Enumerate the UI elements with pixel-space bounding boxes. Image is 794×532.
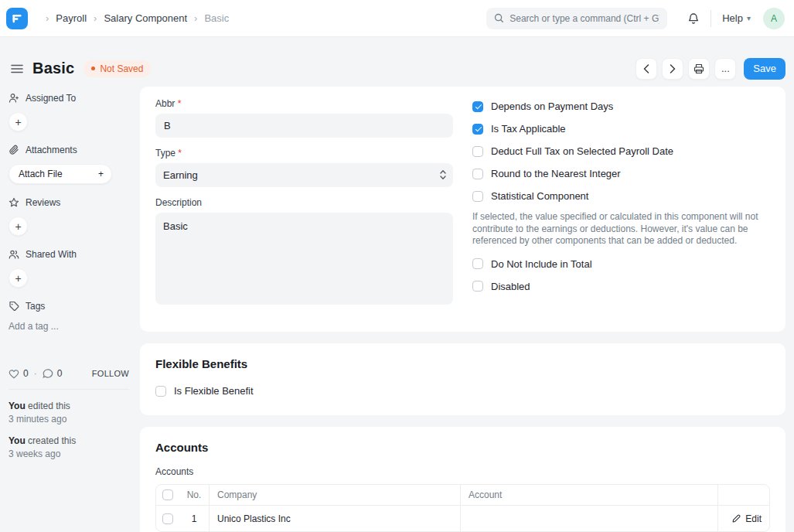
page-title: Basic [32, 60, 74, 77]
printer-icon [693, 63, 704, 74]
row-checkbox[interactable] [162, 513, 173, 524]
erpnext-logo-icon [11, 12, 23, 25]
heart-icon [9, 369, 19, 379]
breadcrumb-chevron: › [46, 12, 49, 24]
checkbox-disabled[interactable]: Disabled [472, 281, 770, 292]
comment-count: 0 [57, 368, 63, 379]
row-number: 1 [179, 506, 210, 531]
accounts-table-header: No. Company Account [156, 485, 769, 506]
hamburger-icon [11, 63, 23, 74]
sidebar-toggle-button[interactable] [8, 60, 26, 77]
checkbox-icon [472, 281, 483, 292]
shared-with-section[interactable]: Shared With [9, 249, 129, 260]
flexible-benefits-section-card: Flexible Benefits Is Flexible Benefit [140, 343, 785, 415]
checkbox-is-flexible-benefit[interactable]: Is Flexible Benefit [155, 385, 770, 397]
assigned-to-section[interactable]: Assigned To [9, 93, 129, 104]
comment-icon [43, 369, 53, 379]
notifications-button[interactable] [684, 9, 703, 28]
activity-who: You [9, 435, 26, 446]
select-chevrons-icon [440, 169, 446, 180]
edit-label: Edit [745, 513, 762, 524]
checkbox-icon [472, 169, 483, 179]
abbr-input[interactable] [155, 114, 453, 138]
chevron-left-icon [643, 64, 649, 73]
reviews-label: Reviews [26, 197, 60, 208]
reviews-section[interactable]: Reviews [9, 197, 129, 208]
activity-edited: You edited this 3 minutes ago [9, 401, 129, 425]
tags-section: Tags [9, 301, 129, 312]
like-count: 0 [23, 368, 29, 379]
column-header-no: No. [179, 485, 210, 505]
activity-action: created this [26, 435, 76, 446]
statistical-component-help-text: If selected, the value specified or calc… [472, 211, 770, 247]
row-edit-button[interactable]: Edit [732, 513, 762, 524]
activity-when: 3 weeks ago [9, 448, 129, 460]
counts-separator: · [34, 368, 37, 379]
follow-button[interactable]: FOLLOW [92, 369, 129, 378]
search-input[interactable] [509, 13, 659, 24]
breadcrumb-payroll[interactable]: Payroll [56, 12, 87, 24]
attachments-section[interactable]: Attachments [9, 145, 129, 155]
type-select-value: Earning [155, 163, 453, 187]
like-button[interactable]: 0 [9, 368, 29, 379]
accounts-table-row[interactable]: 1 Unico Plastics Inc Edit [156, 506, 769, 531]
add-review-button[interactable]: + [9, 217, 28, 236]
plus-icon: + [98, 169, 104, 179]
chevron-right-icon [670, 64, 676, 73]
user-avatar[interactable]: A [763, 8, 785, 29]
status-badge-label: Not Saved [100, 63, 143, 74]
row-account-cell[interactable] [461, 506, 718, 531]
search-icon [494, 13, 504, 23]
checkbox-statistical-component[interactable]: Statistical Component [472, 190, 770, 202]
attachments-label: Attachments [26, 145, 77, 155]
checkbox-icon [472, 258, 483, 269]
checkbox-do-not-include-in-total[interactable]: Do Not Include in Total [472, 258, 770, 270]
checkbox-icon [155, 386, 166, 397]
star-icon [9, 197, 19, 208]
shared-with-label: Shared With [26, 249, 77, 260]
attach-file-label: Attach File [19, 169, 63, 179]
checkbox-icon [472, 101, 483, 112]
row-company-cell[interactable]: Unico Plastics Inc [210, 506, 461, 531]
breadcrumb-chevron: › [194, 12, 197, 24]
users-icon [9, 249, 19, 260]
chevron-down-icon: ▾ [747, 14, 751, 22]
tag-icon [9, 301, 19, 312]
add-tag-input[interactable]: Add a tag ... [9, 321, 59, 332]
activity-who: You [9, 401, 26, 411]
checkbox-round-nearest-integer[interactable]: Round to the Nearest Integer [472, 168, 770, 179]
checkbox-icon [472, 124, 483, 135]
activity-action: edited this [26, 401, 70, 411]
bell-icon [687, 12, 700, 25]
prev-document-button[interactable] [636, 58, 657, 80]
select-all-checkbox[interactable] [162, 489, 173, 500]
checkbox-icon [472, 191, 483, 202]
top-navbar: › Payroll › Salary Component › Basic Hel… [0, 0, 794, 37]
activity-created: You created this 3 weeks ago [9, 435, 129, 460]
column-header-company: Company [210, 485, 461, 505]
more-options-button[interactable]: ... [714, 58, 736, 80]
attach-file-button[interactable]: Attach File + [9, 164, 112, 184]
comments-button[interactable]: 0 [43, 368, 63, 379]
required-mark: * [178, 148, 182, 159]
app-logo[interactable] [6, 8, 28, 29]
breadcrumb-salary-component[interactable]: Salary Component [104, 12, 187, 24]
status-badge: Not Saved [83, 60, 151, 77]
print-button[interactable] [688, 58, 710, 80]
checkbox-is-tax-applicable[interactable]: Is Tax Applicable [472, 123, 770, 135]
type-select[interactable]: Earning [155, 163, 453, 187]
checkbox-deduct-full-tax[interactable]: Deduct Full Tax on Selected Payroll Date [472, 145, 770, 157]
description-textarea[interactable]: Basic [155, 213, 453, 305]
pencil-icon [732, 514, 741, 523]
paperclip-icon [9, 145, 19, 155]
global-search[interactable] [486, 8, 667, 29]
sidebar-divider [9, 389, 129, 390]
help-menu[interactable]: Help ▾ [722, 12, 751, 24]
breadcrumb-chevron: › [94, 12, 97, 24]
add-assignment-button[interactable]: + [9, 112, 28, 131]
checkbox-depends-on-payment-days[interactable]: Depends on Payment Days [472, 101, 770, 112]
abbr-label: Abbr * [155, 98, 453, 109]
add-share-button[interactable]: + [9, 268, 28, 288]
save-button[interactable]: Save [744, 58, 785, 80]
next-document-button[interactable] [662, 58, 683, 80]
